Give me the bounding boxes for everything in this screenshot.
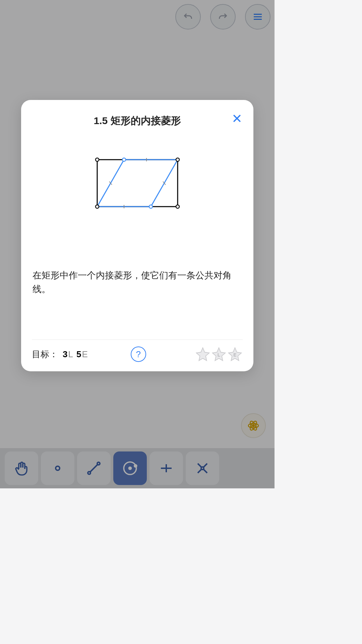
close-button[interactable] — [230, 111, 244, 125]
svg-point-28 — [176, 158, 179, 161]
goal-l: 3L — [63, 349, 73, 360]
star-1 — [195, 346, 210, 362]
close-icon — [232, 113, 242, 123]
svg-point-32 — [149, 205, 153, 208]
modal-header: 1.5 矩形的内接菱形 — [32, 114, 243, 128]
star-3: E — [227, 346, 243, 362]
goal-e: 5E — [76, 349, 88, 360]
modal-footer: 目标： 3L 5E ? L E — [32, 339, 243, 362]
star-rating: L E — [195, 346, 243, 362]
svg-point-27 — [96, 158, 99, 161]
svg-point-29 — [96, 205, 99, 208]
level-description: 在矩形中作一个内接菱形，使它们有一条公共对角线。 — [32, 269, 243, 296]
goal-values: 3L 5E — [63, 349, 88, 360]
star-2: L — [211, 346, 227, 362]
goal-label: 目标： — [32, 348, 58, 360]
svg-point-30 — [176, 205, 179, 208]
svg-rect-21 — [97, 160, 178, 207]
level-modal: 1.5 矩形的内接菱形 在矩形中作一个内接菱形，使它们有一条公共对角线。 目标：… — [21, 100, 253, 371]
modal-title: 1.5 矩形的内接菱形 — [32, 114, 243, 128]
help-icon: ? — [136, 349, 141, 360]
level-diagram — [90, 155, 184, 212]
help-button[interactable]: ? — [131, 346, 146, 362]
svg-marker-22 — [97, 160, 178, 207]
svg-point-31 — [122, 158, 126, 161]
